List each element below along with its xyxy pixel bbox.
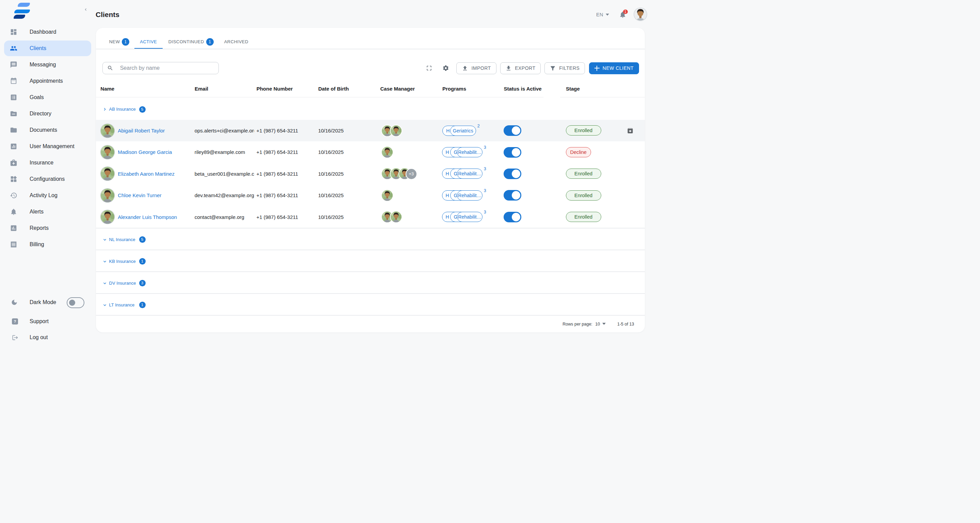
svg-text:?: ? (14, 319, 16, 324)
